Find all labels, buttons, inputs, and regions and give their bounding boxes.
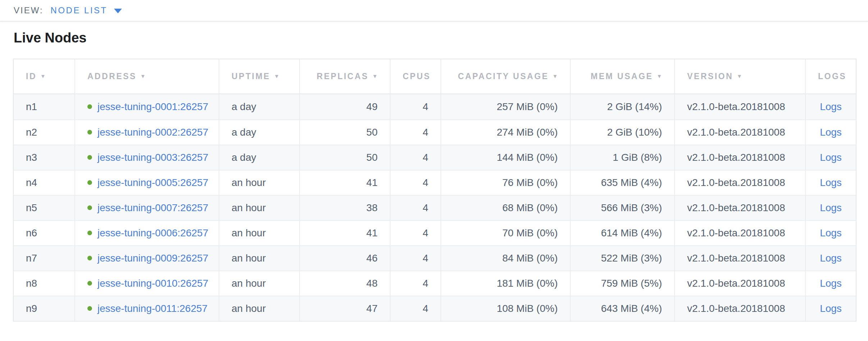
- column-header-replicas[interactable]: REPLICAS▼: [299, 59, 390, 94]
- cell-capacity: 144 MiB (0%): [440, 145, 570, 170]
- node-live-status-icon: [87, 104, 92, 109]
- column-header-label: UPTIME: [232, 72, 270, 81]
- node-address-link[interactable]: jesse-tuning-0002:26257: [97, 127, 208, 138]
- cell-mem: 759 MiB (5%): [570, 270, 674, 296]
- cell-id: n5: [14, 195, 74, 220]
- column-header-label: MEM USAGE: [591, 72, 653, 81]
- logs-link[interactable]: Logs: [820, 101, 842, 112]
- logs-link[interactable]: Logs: [820, 177, 842, 188]
- node-address-link[interactable]: jesse-tuning-0005:26257: [97, 177, 208, 188]
- cell-address: jesse-tuning-0007:26257: [74, 195, 219, 220]
- column-header-logs: LOGS: [805, 59, 856, 94]
- cell-logs: Logs: [805, 170, 856, 195]
- cell-mem: 2 GiB (10%): [570, 119, 674, 145]
- cell-cpus: 4: [390, 195, 440, 220]
- column-header-label: CPUS: [403, 72, 431, 81]
- node-address-link[interactable]: jesse-tuning-0010:26257: [97, 278, 208, 289]
- cell-replicas: 50: [299, 145, 390, 170]
- cell-logs: Logs: [805, 195, 856, 220]
- cell-uptime: an hour: [219, 195, 299, 220]
- cell-id: n7: [14, 245, 74, 270]
- cell-address: jesse-tuning-0001:26257: [74, 94, 219, 119]
- cell-uptime: a day: [219, 119, 299, 145]
- logs-link[interactable]: Logs: [820, 152, 842, 163]
- live-nodes-table: ID▼ADDRESS▼UPTIME▼REPLICAS▼CPUSCAPACITY …: [13, 59, 856, 322]
- node-address-link[interactable]: jesse-tuning-0007:26257: [97, 202, 208, 213]
- column-header-cpus: CPUS: [390, 59, 440, 94]
- sort-desc-icon: ▼: [372, 73, 378, 79]
- page-title: Live Nodes: [14, 29, 868, 46]
- cell-address: jesse-tuning-0002:26257: [74, 119, 219, 145]
- cell-capacity: 181 MiB (0%): [440, 270, 570, 296]
- node-live-status-icon: [87, 130, 92, 135]
- view-selector-dropdown[interactable]: NODE LIST: [51, 5, 122, 15]
- sort-desc-icon: ▼: [40, 73, 46, 79]
- logs-link[interactable]: Logs: [820, 227, 842, 238]
- cell-version: v2.1.0-beta.20181008: [674, 220, 805, 245]
- logs-link[interactable]: Logs: [820, 253, 842, 264]
- logs-link[interactable]: Logs: [820, 278, 842, 289]
- cell-address: jesse-tuning-0006:26257: [74, 220, 219, 245]
- column-header-uptime[interactable]: UPTIME▼: [219, 59, 299, 94]
- cell-mem: 643 MiB (4%): [570, 296, 674, 321]
- cell-mem: 2 GiB (14%): [570, 94, 674, 119]
- cell-capacity: 76 MiB (0%): [440, 170, 570, 195]
- cell-replicas: 38: [299, 195, 390, 220]
- node-address-link[interactable]: jesse-tuning-0003:26257: [97, 152, 208, 163]
- cell-replicas: 41: [299, 220, 390, 245]
- column-header-id[interactable]: ID▼: [14, 59, 74, 94]
- logs-link[interactable]: Logs: [820, 202, 842, 213]
- cell-logs: Logs: [805, 145, 856, 170]
- logs-link[interactable]: Logs: [820, 303, 842, 314]
- node-row-n4: n4jesse-tuning-0005:26257an hour41476 Mi…: [14, 170, 856, 195]
- cell-cpus: 4: [390, 119, 440, 145]
- cell-uptime: a day: [219, 145, 299, 170]
- node-row-n1: n1jesse-tuning-0001:26257a day494257 MiB…: [14, 94, 856, 119]
- cell-version: v2.1.0-beta.20181008: [674, 145, 805, 170]
- cell-capacity: 108 MiB (0%): [440, 296, 570, 321]
- cell-cpus: 4: [390, 296, 440, 321]
- node-live-status-icon: [87, 256, 92, 260]
- cell-mem: 1 GiB (8%): [570, 145, 674, 170]
- cell-uptime: an hour: [219, 270, 299, 296]
- cell-id: n9: [14, 296, 74, 321]
- sort-desc-icon: ▼: [552, 73, 558, 79]
- table-body: n1jesse-tuning-0001:26257a day494257 MiB…: [14, 94, 856, 321]
- column-header-address[interactable]: ADDRESS▼: [74, 59, 219, 94]
- column-header-label: CAPACITY USAGE: [458, 72, 549, 81]
- cell-capacity: 84 MiB (0%): [440, 245, 570, 270]
- column-header-mem[interactable]: MEM USAGE▼: [570, 59, 674, 94]
- cell-replicas: 50: [299, 119, 390, 145]
- cell-mem: 566 MiB (3%): [570, 195, 674, 220]
- cell-logs: Logs: [805, 245, 856, 270]
- cell-cpus: 4: [390, 170, 440, 195]
- column-header-version[interactable]: VERSION▼: [674, 59, 805, 94]
- cell-version: v2.1.0-beta.20181008: [674, 94, 805, 119]
- sort-desc-icon: ▼: [140, 73, 146, 79]
- cell-version: v2.1.0-beta.20181008: [674, 270, 805, 296]
- node-row-n5: n5jesse-tuning-0007:26257an hour38468 Mi…: [14, 195, 856, 220]
- node-live-status-icon: [87, 231, 92, 235]
- cell-uptime: an hour: [219, 296, 299, 321]
- cell-id: n1: [14, 94, 74, 119]
- cell-address: jesse-tuning-0009:26257: [74, 245, 219, 270]
- sort-desc-icon: ▼: [657, 73, 662, 79]
- logs-link[interactable]: Logs: [820, 127, 842, 138]
- cell-replicas: 49: [299, 94, 390, 119]
- column-header-capacity[interactable]: CAPACITY USAGE▼: [440, 59, 570, 94]
- table-header-row: ID▼ADDRESS▼UPTIME▼REPLICAS▼CPUSCAPACITY …: [14, 59, 856, 94]
- node-address-link[interactable]: jesse-tuning-0006:26257: [97, 227, 208, 238]
- cell-logs: Logs: [805, 270, 856, 296]
- node-address-link[interactable]: jesse-tuning-0001:26257: [97, 101, 208, 112]
- node-address-link[interactable]: jesse-tuning-0011:26257: [97, 303, 207, 314]
- cell-id: n6: [14, 220, 74, 245]
- cell-id: n3: [14, 145, 74, 170]
- view-bar: VIEW: NODE LIST: [0, 0, 868, 22]
- cell-uptime: a day: [219, 94, 299, 119]
- node-live-status-icon: [87, 155, 92, 160]
- cell-capacity: 68 MiB (0%): [440, 195, 570, 220]
- cell-replicas: 46: [299, 245, 390, 270]
- column-header-label: ADDRESS: [87, 72, 137, 81]
- node-address-link[interactable]: jesse-tuning-0009:26257: [97, 253, 208, 264]
- column-header-label: LOGS: [818, 72, 846, 81]
